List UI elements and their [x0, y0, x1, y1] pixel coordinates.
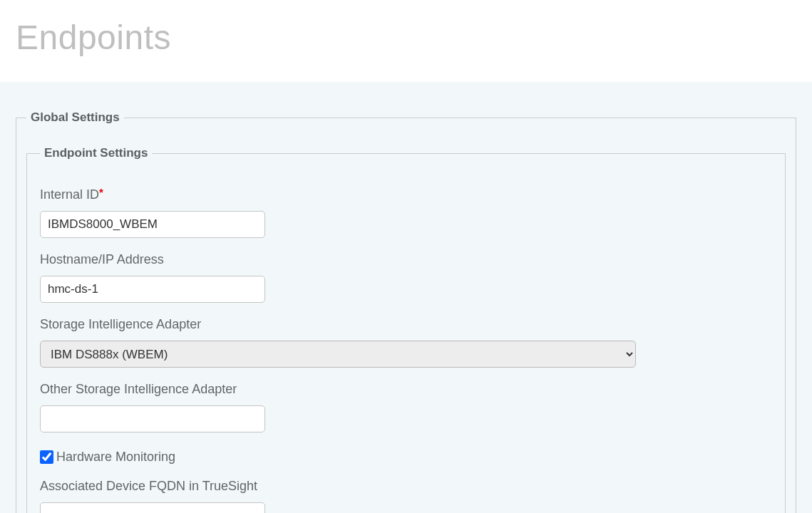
internal-id-label-text: Internal ID — [40, 187, 99, 202]
other-adapter-input[interactable] — [40, 405, 265, 432]
hardware-monitoring-checkbox[interactable] — [40, 450, 53, 464]
endpoint-settings-legend: Endpoint Settings — [40, 146, 152, 160]
page-header: Endpoints — [0, 0, 812, 82]
hardware-monitoring-row: Hardware Monitoring — [40, 450, 772, 465]
hostname-field: Hostname/IP Address — [40, 252, 772, 303]
internal-id-label: Internal ID* — [40, 187, 772, 202]
required-mark: * — [99, 186, 103, 198]
content-area: Global Settings Endpoint Settings Intern… — [0, 82, 812, 513]
other-adapter-label: Other Storage Intelligence Adapter — [40, 382, 772, 397]
internal-id-field: Internal ID* — [40, 187, 772, 238]
fqdn-label: Associated Device FQDN in TrueSight — [40, 479, 772, 494]
other-adapter-field: Other Storage Intelligence Adapter — [40, 382, 772, 432]
adapter-field: Storage Intelligence Adapter IBM DS888x … — [40, 317, 772, 368]
hostname-input[interactable] — [40, 276, 265, 303]
global-settings-fieldset: Global Settings Endpoint Settings Intern… — [16, 110, 796, 513]
endpoint-settings-fieldset: Endpoint Settings Internal ID* Hostname/… — [26, 146, 786, 513]
global-settings-legend: Global Settings — [26, 110, 124, 125]
fqdn-input[interactable] — [40, 502, 265, 513]
internal-id-input[interactable] — [40, 211, 265, 238]
adapter-select[interactable]: IBM DS888x (WBEM) — [40, 341, 636, 368]
hardware-monitoring-label[interactable]: Hardware Monitoring — [56, 450, 175, 465]
fqdn-field: Associated Device FQDN in TrueSight — [40, 479, 772, 513]
page-title: Endpoints — [16, 18, 796, 57]
adapter-label: Storage Intelligence Adapter — [40, 317, 772, 332]
hostname-label: Hostname/IP Address — [40, 252, 772, 267]
